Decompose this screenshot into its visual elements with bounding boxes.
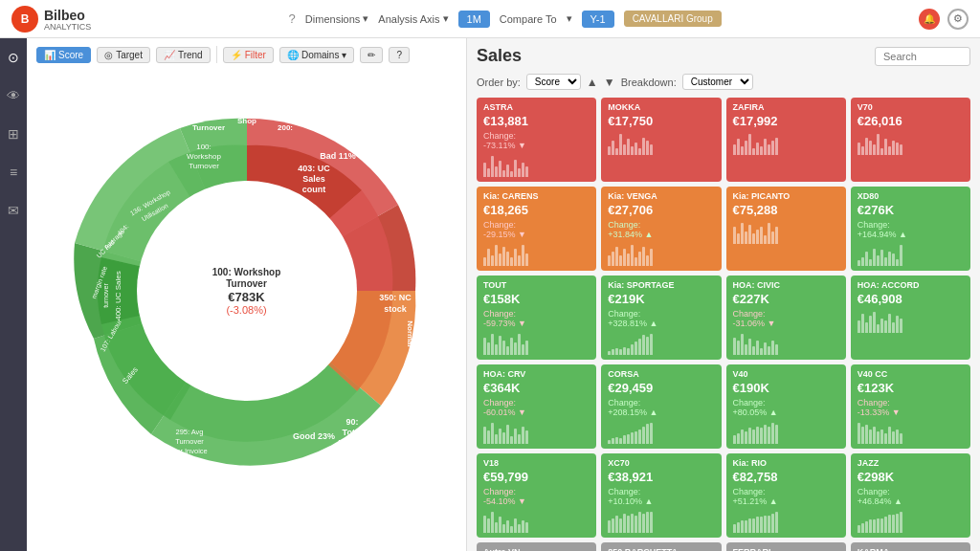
target-button[interactable]: ◎ Target [97,47,150,63]
sales-card[interactable]: Kia: VENGA €27,706 Change:+31.84% ▲ [601,187,721,271]
card-value: €190K [733,381,839,395]
card-value: €298K [858,470,964,484]
svg-text:Sales: Sales [151,475,169,482]
svg-text:stock: stock [384,304,408,314]
card-name: TOUT [483,280,590,290]
card-name: JAZZ [858,458,964,468]
svg-text:350: NC: 350: NC [379,293,412,302]
left-sidebar: ⊙ 👁 ⊞ ≡ ✉ [0,38,27,551]
bell-icon[interactable]: 🔔 [919,9,940,30]
domains-button[interactable]: 🌐 Domains ▾ [279,47,354,63]
sidebar-clock-icon[interactable]: ⊙ [2,46,25,69]
sales-card[interactable]: V40 CC €123K Change:-13.33% ▼ [851,364,970,449]
card-value: €26,016 [858,114,964,128]
card-value: €364K [483,381,590,395]
card-value: €18,265 [483,203,590,217]
score-button[interactable]: 📊 Score [36,47,91,63]
card-name: CORSA [608,369,714,379]
analysis-axis-nav[interactable]: Analysis Axis ▾ [378,12,448,25]
card-value: €227K [733,292,839,306]
card-name: HOA: CRV [483,369,590,379]
svg-text:134:: 134: [258,231,273,240]
filter-icon: ⚡ [231,50,242,60]
help-toolbar-button[interactable]: ? [389,47,410,63]
chart-area: 403: UC Sales count 134: Workshop planni… [36,71,457,511]
sales-card[interactable]: V40 €190K Change:+80.05% ▲ [726,364,846,449]
svg-text:206: Parts: 206: Parts [297,471,329,479]
sales-card[interactable]: FERRARI — [726,542,846,551]
card-name: V70 [858,102,964,112]
sales-card[interactable]: XD80 €276K Change:+164.94% ▲ [851,187,970,271]
card-name: V40 [733,369,839,379]
sales-card[interactable]: HOA: ACCORD €46,908 [851,276,970,360]
sales-card[interactable]: V18 €59,799 Change:-54.10% ▼ [477,453,596,538]
sort-desc-icon[interactable]: ▼ [604,76,615,89]
sidebar-eye-icon[interactable]: 👁 [2,84,25,107]
card-value: €13,881 [483,114,590,128]
svg-text:400: UC Sales: 400: UC Sales [114,271,122,320]
card-value: €59,799 [483,470,590,484]
sidebar-grid-icon[interactable]: ⊞ [2,122,25,145]
edit-button[interactable]: ✏ [360,47,383,63]
sidebar-mail-icon[interactable]: ✉ [2,199,25,222]
nav-right: 🔔 ⚙ [919,9,969,30]
logo-area: B Bilbeo ANALYTICS [11,6,91,33]
sales-title: Sales [477,46,522,66]
card-value: €82,758 [733,470,839,484]
svg-text:Rush: Rush [205,475,222,482]
sales-card[interactable]: Kia: SPORTAGE €219K Change:+328.81% ▲ [601,276,721,360]
svg-text:Shop: Shop [237,117,256,125]
compare-y1-button[interactable]: Y-1 [582,11,614,28]
svg-text:Bad 11%: Bad 11% [320,151,356,161]
sales-card[interactable]: KARMA — [851,542,970,551]
card-value: €27,706 [608,203,714,217]
card-value: €17,992 [733,114,839,128]
svg-text:303: NC: 303: NC [147,466,174,474]
card-name: V18 [483,458,590,468]
sidebar-menu-icon[interactable]: ≡ [2,161,25,184]
svg-text:Good 23%: Good 23% [292,431,334,441]
sales-card[interactable]: MOKKA €17,750 [601,98,721,182]
sales-card[interactable]: TOUT €158K Change:-59.73% ▼ [477,276,596,360]
sales-card[interactable]: Kia: RIO €82,758 Change:+51.21% ▲ [726,453,846,538]
sales-card[interactable]: JAZZ €298K Change:+46.84% ▲ [851,453,970,538]
trend-button[interactable]: 📈 Trend [156,47,211,63]
sales-search-input[interactable] [875,47,970,66]
filter-button[interactable]: ⚡ Filter [223,47,274,63]
sales-card[interactable]: V70 €26,016 [851,98,970,182]
trend-icon: 📈 [164,50,175,60]
card-name: Kia: CARENS [483,191,590,201]
dimensions-nav[interactable]: Dimensions ▾ [305,12,368,25]
order-by-select[interactable]: Score Name Value [526,74,581,90]
sales-card[interactable]: Autre VN — [477,542,596,551]
sales-card[interactable]: ASTRA €13,881 Change:-73.11% ▼ [477,98,596,182]
sales-header: Sales [477,46,970,66]
svg-text:Excellent: Excellent [172,233,211,243]
period-button[interactable]: 1M [458,11,490,28]
sales-card[interactable]: 850 BARCHETTA — [601,542,721,551]
sales-card[interactable]: Kia: PICANTO €75,288 [726,187,846,271]
donut-center-change: (-3.08%) [189,304,304,316]
svg-text:Turnover: Turnover [357,477,386,482]
sales-card[interactable]: HOA: CRV €364K Change:-60.01% ▼ [477,364,596,449]
logo-text: Bilbeo ANALYTICS [44,7,91,32]
sales-card[interactable]: CORSA €29,459 Change:+208.15% ▲ [601,364,721,449]
svg-text:Total: Total [342,428,362,437]
card-name: Kia: PICANTO [733,191,839,201]
group-button[interactable]: CAVALLARI Group [624,11,722,27]
svg-text:Turnover: Turnover [175,437,204,446]
help-nav[interactable]: ? [289,11,296,26]
svg-text:219: %: 219: % [202,466,225,474]
svg-text:turnover: turnover [102,282,109,307]
nav-center: ? Dimensions ▾ Analysis Axis ▾ 1M Compar… [289,11,722,28]
target-icon: ◎ [104,50,113,60]
sort-asc-icon[interactable]: ▲ [587,76,598,89]
sales-card[interactable]: HOA: CIVIC €227K Change:-31.06% ▼ [726,276,846,360]
sales-card[interactable]: XC70 €38,921 Change:+10.10% ▲ [601,453,721,538]
sales-card[interactable]: Kia: CARENS €18,265 Change:-29.15% ▼ [477,187,596,271]
breakdown-select[interactable]: Customer Product [682,74,753,90]
sales-card[interactable]: ZAFIRA €17,992 [726,98,846,182]
toolbar: 📊 Score ◎ Target 📈 Trend ⚡ Filter 🌐 Doma… [36,46,457,63]
settings-icon[interactable]: ⚙ [947,9,969,30]
card-name: KARMA [858,547,964,551]
